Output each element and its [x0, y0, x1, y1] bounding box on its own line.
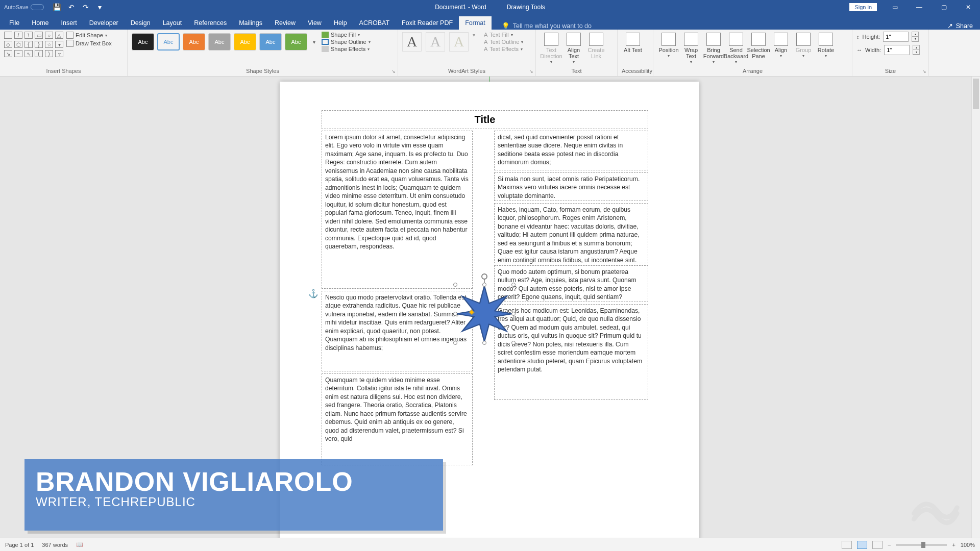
resize-handle[interactable]	[453, 312, 457, 316]
resize-handle[interactable]	[511, 341, 516, 345]
shape-effects-button[interactable]: Shape Effects▾	[322, 46, 371, 52]
gallery-more-icon[interactable]: ▾	[473, 32, 480, 52]
selected-shape[interactable]	[455, 285, 513, 343]
width-input[interactable]	[884, 45, 910, 55]
close-icon[interactable]: ✕	[957, 0, 980, 14]
group-arrange: Arrange	[657, 67, 848, 75]
text-direction-button[interactable]: Text Direction▾	[540, 32, 562, 65]
minimize-icon[interactable]: —	[908, 0, 931, 14]
text-box[interactable]: Nescio quo modo praetervolavit oratio. T…	[322, 291, 473, 371]
text-effects-button[interactable]: AText Effects▾	[484, 46, 523, 52]
text-box[interactable]: Si mala non sunt, iacet omnis ratio Peri…	[494, 172, 648, 201]
dialog-launcher-icon[interactable]: ↘	[922, 69, 926, 74]
text-outline-button[interactable]: AText Outline▾	[484, 39, 523, 45]
resize-handle[interactable]	[511, 283, 516, 287]
edit-shape-button[interactable]: Edit Shape▾	[66, 32, 112, 39]
group-text: Text	[540, 67, 613, 75]
star-shape-icon[interactable]	[455, 285, 513, 343]
word-count[interactable]: 367 words	[42, 542, 68, 548]
height-spinner[interactable]: ▴▾	[912, 32, 919, 42]
web-layout-icon[interactable]	[872, 541, 883, 549]
resize-handle[interactable]	[453, 283, 457, 287]
tab-developer[interactable]: Developer	[83, 16, 125, 30]
position-button[interactable]: Position▾	[657, 32, 680, 65]
qat-customize-icon[interactable]: ▾	[95, 2, 105, 12]
vertical-scrollbar[interactable]	[971, 77, 980, 538]
group-button[interactable]: Group▾	[792, 32, 815, 65]
text-fill-button[interactable]: AText Fill▾	[484, 32, 523, 38]
alt-text-button[interactable]: Alt Text	[622, 32, 644, 53]
text-box[interactable]: Quo modo autem optimum, si bonum praeter…	[494, 265, 648, 302]
tab-home[interactable]: Home	[26, 16, 55, 30]
tab-foxit[interactable]: Foxit Reader PDF	[396, 16, 459, 30]
text-box[interactable]: Lorem ipsum dolor sit amet, consectetur …	[322, 131, 473, 289]
save-icon[interactable]: 💾	[52, 2, 62, 12]
anchor-icon[interactable]: ⚓	[308, 289, 318, 298]
tab-mailings[interactable]: Mailings	[233, 16, 268, 30]
maximize-icon[interactable]: ▢	[932, 0, 955, 14]
text-box[interactable]: Quamquam te quidem video minime esse det…	[322, 373, 473, 465]
zoom-in-button[interactable]: +	[952, 542, 955, 548]
sign-in-button[interactable]: Sign in	[849, 3, 877, 11]
shape-fill-button[interactable]: Shape Fill▾	[322, 32, 371, 38]
zoom-level[interactable]: 100%	[961, 542, 975, 548]
dialog-launcher-icon[interactable]: ↘	[529, 69, 533, 74]
dialog-launcher-icon[interactable]: ↘	[391, 69, 396, 74]
align-text-button[interactable]: Align Text▾	[562, 32, 585, 65]
tab-references[interactable]: References	[188, 16, 233, 30]
resize-handle[interactable]	[482, 283, 486, 287]
gallery-more-icon[interactable]: ▾	[310, 39, 317, 45]
style-swatch[interactable]: Abc	[208, 33, 231, 51]
shapes-gallery[interactable]: /\▭○△ ◇⬡{}☆▾ ↘~∿()▿	[4, 32, 63, 57]
bring-forward-button[interactable]: Bring Forward▾	[702, 32, 725, 65]
style-swatch[interactable]: Abc	[259, 33, 282, 51]
print-layout-icon[interactable]	[857, 541, 867, 549]
autosave-toggle[interactable]: AutoSave	[4, 4, 44, 10]
width-spinner[interactable]: ▴▾	[913, 45, 920, 55]
draw-text-box-button[interactable]: Draw Text Box	[66, 40, 112, 47]
tab-file[interactable]: File	[3, 16, 26, 30]
style-swatch[interactable]: Abc	[157, 33, 180, 51]
tab-insert[interactable]: Insert	[55, 16, 83, 30]
read-mode-icon[interactable]	[842, 541, 852, 549]
selection-pane-button[interactable]: Selection Pane	[747, 32, 770, 65]
style-swatch[interactable]: Abc	[132, 33, 154, 51]
resize-handle[interactable]	[511, 312, 516, 316]
redo-icon[interactable]: ↷	[81, 2, 91, 12]
wordart-gallery[interactable]: A A A ▾	[402, 32, 480, 52]
resize-handle[interactable]	[482, 341, 486, 345]
height-input[interactable]	[883, 32, 909, 42]
title-text-box[interactable]: Title	[322, 110, 648, 129]
ribbon-display-icon[interactable]: ▭	[883, 0, 906, 14]
undo-icon[interactable]: ↶	[66, 2, 77, 12]
text-box[interactable]: Habes, inquam, Cato, formam eorum, de qu…	[494, 203, 648, 263]
zoom-slider[interactable]	[896, 544, 947, 546]
tab-acrobat[interactable]: ACROBAT	[353, 16, 396, 30]
resize-handle[interactable]	[453, 341, 457, 345]
shape-style-gallery[interactable]: Abc Abc Abc Abc Abc Abc Abc ▾	[132, 33, 317, 51]
tab-layout[interactable]: Layout	[157, 16, 188, 30]
tab-help[interactable]: Help	[328, 16, 353, 30]
tab-view[interactable]: View	[302, 16, 328, 30]
tell-me-search[interactable]: 💡Tell me what you want to do	[502, 22, 592, 30]
text-box[interactable]: Graecis hoc modicum est: Leonidas, Epami…	[494, 304, 648, 400]
tab-design[interactable]: Design	[125, 16, 157, 30]
group-shape-styles: Shape Styles	[132, 67, 394, 75]
text-box[interactable]: dicat, sed quid convenienter possit rati…	[494, 131, 648, 170]
wrap-text-button[interactable]: Wrap Text▾	[680, 32, 702, 65]
style-swatch[interactable]: Abc	[285, 33, 307, 51]
spellcheck-icon[interactable]: 📖	[76, 541, 83, 548]
overlay-name: BRANDON VIGLIAROLO	[36, 466, 432, 497]
send-backward-button[interactable]: Send Backward▾	[725, 32, 747, 65]
rotate-button[interactable]: Rotate▾	[815, 32, 837, 65]
shape-outline-button[interactable]: Shape Outline▾	[322, 39, 371, 45]
align-button[interactable]: Align▾	[770, 32, 792, 65]
share-button[interactable]: ↗Share	[947, 22, 980, 30]
style-swatch[interactable]: Abc	[234, 33, 256, 51]
style-swatch[interactable]: Abc	[183, 33, 205, 51]
page-count[interactable]: Page 1 of 1	[5, 542, 34, 548]
tab-format[interactable]: Format	[459, 16, 492, 30]
tab-review[interactable]: Review	[268, 16, 302, 30]
create-link-button[interactable]: Create Link	[585, 32, 607, 65]
zoom-out-button[interactable]: −	[888, 542, 891, 548]
